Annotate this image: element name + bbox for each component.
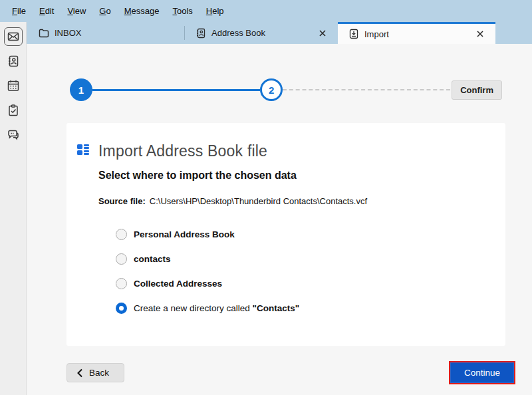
tab-bar: INBOX Address Book xyxy=(27,22,532,44)
menu-edit[interactable]: Edit xyxy=(33,3,61,19)
address-book-icon[interactable] xyxy=(4,52,23,70)
menu-help[interactable]: Help xyxy=(200,3,231,19)
step-connector-pending xyxy=(283,89,450,90)
destination-options: Personal Address Book contacts Collected… xyxy=(116,229,485,314)
menu-go[interactable]: Go xyxy=(92,3,117,19)
menu-bar: File Edit View Go Message Tools Help xyxy=(0,0,532,22)
radio-icon-selected[interactable] xyxy=(116,303,127,314)
import-wizard-page: 1 2 Confirm xyxy=(27,44,532,395)
back-button[interactable]: Back xyxy=(66,363,124,382)
source-file-label: Source file: xyxy=(98,196,146,206)
radio-collected-addresses[interactable]: Collected Addresses xyxy=(116,278,485,289)
source-file-path: C:\Users\HP\Desktop\Thunderbird Contacts… xyxy=(150,196,367,206)
continue-button[interactable]: Continue xyxy=(450,362,514,383)
menu-file[interactable]: File xyxy=(5,3,33,19)
step-1-circle: 1 xyxy=(70,78,92,101)
address-book-icon xyxy=(196,28,206,39)
tab-inbox-label: INBOX xyxy=(55,28,81,38)
step-2-circle: 2 xyxy=(260,78,283,101)
folder-icon xyxy=(39,28,49,39)
tab-import-label: Import xyxy=(364,29,389,39)
page-title: Import Address Book file xyxy=(98,142,267,160)
radio-create-new-directory[interactable]: Create a new directory called "Contacts" xyxy=(116,303,485,314)
tab-address-book[interactable]: Address Book xyxy=(185,22,338,44)
page-subtitle: Select where to import the chosen data xyxy=(98,170,485,182)
spaces-toolbar xyxy=(0,22,27,395)
tab-import[interactable]: Import xyxy=(338,22,495,44)
calendar-icon[interactable] xyxy=(4,76,23,95)
menu-message[interactable]: Message xyxy=(118,3,166,19)
radio-personal-address-book[interactable]: Personal Address Book xyxy=(116,229,485,240)
mail-icon[interactable] xyxy=(4,27,23,46)
radio-icon[interactable] xyxy=(116,229,127,240)
step-connector-done xyxy=(92,89,260,91)
menu-tools[interactable]: Tools xyxy=(166,3,199,19)
step-confirm-chip: Confirm xyxy=(452,80,502,100)
chat-icon[interactable] xyxy=(4,126,23,144)
close-icon[interactable] xyxy=(315,26,330,41)
radio-icon[interactable] xyxy=(116,278,127,289)
wizard-footer: Back Continue xyxy=(66,362,514,383)
tab-address-book-label: Address Book xyxy=(211,28,265,38)
app-window: File Edit View Go Message Tools Help xyxy=(0,0,532,395)
tab-inbox[interactable]: INBOX xyxy=(27,22,184,44)
grid-apps-icon xyxy=(75,142,91,160)
import-icon xyxy=(348,29,359,39)
radio-icon[interactable] xyxy=(116,253,127,265)
radio-contacts[interactable]: contacts xyxy=(116,253,485,265)
tasks-icon[interactable] xyxy=(4,101,23,120)
source-file-row: Source file:C:\Users\HP\Desktop\Thunderb… xyxy=(98,196,485,206)
menu-view[interactable]: View xyxy=(61,3,92,19)
chevron-left-icon xyxy=(76,368,83,378)
wizard-stepper: 1 2 Confirm xyxy=(70,78,502,101)
import-card: Import Address Book file Select where to… xyxy=(66,123,505,346)
close-icon[interactable] xyxy=(473,27,487,41)
